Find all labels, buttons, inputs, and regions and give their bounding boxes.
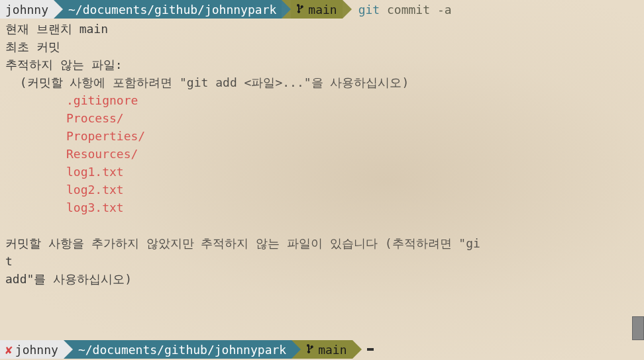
prompt-branch-segment: main (301, 340, 352, 359)
prompt-path: ~/documents/github/johnnypark (78, 341, 286, 359)
prompt-user: johnny (5, 1, 48, 19)
branch-icon (296, 1, 305, 19)
output-line: (커밋할 사항에 포함하려면 "git add <파일>..."을 사용하십시오… (5, 73, 639, 91)
untracked-file: Resources/ (5, 145, 639, 163)
branch-icon (306, 341, 315, 359)
untracked-file: .gitignore (5, 91, 639, 109)
command-git: git (358, 3, 380, 17)
prompt-user: johnny (15, 341, 58, 359)
arrow-separator (352, 340, 362, 359)
command-text: git commit -a (352, 1, 452, 19)
untracked-file: Process/ (5, 109, 639, 127)
untracked-file: Properties/ (5, 127, 639, 145)
prompt-user-segment: ✘ johnny (0, 340, 64, 359)
untracked-file: log1.txt (5, 163, 639, 181)
terminal-window[interactable]: johnny ~/documents/github/johnnypark mai… (0, 0, 644, 360)
command-rest: commit -a (380, 3, 451, 17)
prompt-line-top: johnny ~/documents/github/johnnypark mai… (0, 0, 644, 19)
arrow-separator (343, 0, 352, 19)
output-line: 추적하지 않는 파일: (5, 56, 639, 73)
cursor[interactable] (367, 348, 374, 351)
output-line: 최초 커밋 (5, 38, 639, 56)
prompt-path-segment: ~/documents/github/johnnypark (73, 340, 292, 359)
terminal-output: 현재 브랜치 main 최초 커밋 추적하지 않는 파일: (커밋할 사항에 포… (0, 19, 644, 289)
prompt-path: ~/documents/github/johnnypark (68, 1, 276, 19)
arrow-separator (54, 0, 63, 19)
prompt-branch: main (308, 1, 337, 19)
error-status-icon: ✘ (5, 341, 13, 359)
output-line: 커밋할 사항을 추가하지 않았지만 추적하지 않는 파일이 있습니다 (추적하려… (5, 234, 639, 252)
untracked-file: log3.txt (5, 199, 639, 216)
scrollbar-thumb[interactable] (632, 316, 644, 340)
prompt-path-segment: ~/documents/github/johnnypark (63, 0, 282, 19)
output-line (5, 216, 639, 234)
arrow-separator (292, 340, 301, 359)
untracked-file: log2.txt (5, 181, 639, 199)
output-line: t (5, 252, 639, 270)
output-line: 현재 브랜치 main (5, 20, 639, 38)
prompt-line-bottom: ✘ johnny ~/documents/github/johnnypark m… (0, 340, 644, 359)
prompt-branch: main (318, 341, 347, 359)
arrow-separator (282, 0, 291, 19)
prompt-branch-segment: main (291, 0, 342, 19)
arrow-separator (64, 340, 73, 359)
output-line: add"를 사용하십시오) (5, 270, 639, 288)
prompt-user-segment: johnny (0, 0, 54, 19)
